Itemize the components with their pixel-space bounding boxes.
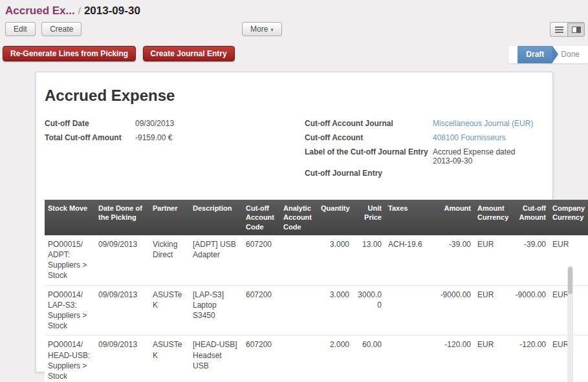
form-view-button[interactable] xyxy=(567,22,585,37)
field-row: Cut-off Journal Entry xyxy=(305,169,550,180)
table-cell: PO00014/​HEAD-USB: Suppliers > Stock xyxy=(45,335,95,382)
caret-down-icon: ▾ xyxy=(270,27,274,33)
table-cell: 60.00 xyxy=(353,335,385,382)
field-row: Cut-off Account 408100 Fournisseurs xyxy=(305,133,550,144)
table-cell: ACH-19.6 xyxy=(385,235,430,285)
more-button[interactable]: More▾ xyxy=(242,22,282,36)
column-header[interactable]: Partner xyxy=(149,200,190,235)
table-cell: -39.00 xyxy=(430,235,474,285)
statusbar: Re-Generate Lines from Picking Create Jo… xyxy=(0,46,588,63)
column-header[interactable]: Description xyxy=(190,200,243,235)
column-header[interactable]: Taxes xyxy=(385,200,430,235)
table-cell: -120.00 xyxy=(510,335,549,382)
table-cell: 09/09/2013 xyxy=(95,335,149,382)
table-cell: 607200 xyxy=(243,235,280,285)
more-button-label: More xyxy=(250,25,268,34)
edit-button[interactable]: Edit xyxy=(5,22,36,36)
field-label: Cut-off Journal Entry xyxy=(305,169,433,180)
field-row: Label of the Cut-off Journal Entry Accru… xyxy=(305,147,550,165)
status-draft[interactable]: Draft xyxy=(517,46,552,63)
table-row[interactable]: PO00014/​LAP-S3: Suppliers > Stock09/09/… xyxy=(45,285,588,335)
table-cell: 3.000 xyxy=(318,235,353,285)
table-cell: -120.00 xyxy=(430,335,474,382)
column-header[interactable]: Amount xyxy=(430,200,474,235)
table-cell: PO00015/​ADPT: Suppliers > Stock xyxy=(45,235,95,285)
table-cell: ASUSTeK xyxy=(149,285,190,335)
column-header[interactable]: Analytic Account Code xyxy=(280,200,318,235)
table-cell: EUR xyxy=(474,235,510,285)
create-journal-entry-button[interactable]: Create Journal Entry xyxy=(143,46,235,61)
table-cell: -39.00 xyxy=(510,235,549,285)
field-groups: Cut-off Date 09/30/2013 Total Cut-off Am… xyxy=(45,119,552,183)
column-header[interactable]: Quantity xyxy=(318,200,353,235)
table-cell: 2.000 xyxy=(318,335,353,382)
column-header[interactable]: Cut-off Account Code xyxy=(243,200,280,235)
sheet: Accrued Expense Cut-off Date 09/30/2013 … xyxy=(36,72,553,372)
right-field-group: Cut-off Account Journal Miscellaneous Jo… xyxy=(305,119,550,183)
table-cell: 09/09/2013 xyxy=(95,235,149,285)
table-body: PO00015/​ADPT: Suppliers > Stock09/09/20… xyxy=(45,235,588,382)
left-field-group: Cut-off Date 09/30/2013 Total Cut-off Am… xyxy=(45,119,305,183)
breadcrumb-parent[interactable]: Accrued Ex... xyxy=(5,5,75,17)
column-header[interactable]: Stock Move xyxy=(45,200,95,235)
field-label: Label of the Cut-off Journal Entry xyxy=(305,147,433,165)
table-cell: 607200 xyxy=(243,335,280,382)
cutoff-date-value: 09/30/2013 xyxy=(135,119,174,130)
breadcrumb-current: 2013-09-30 xyxy=(84,5,140,17)
vertical-scrollbar[interactable] xyxy=(567,266,573,382)
statusbar-states: Draft Done xyxy=(508,46,588,63)
scrollbar-thumb[interactable] xyxy=(568,267,572,294)
table-header-row: Stock MoveDate Done of the PickingPartne… xyxy=(45,200,588,235)
cutoff-account-journal-value[interactable]: Miscellaneous Journal (EUR) xyxy=(433,119,533,130)
table-cell: Vicking Direct xyxy=(149,235,190,285)
column-header[interactable]: Date Done of the Picking xyxy=(95,200,149,235)
table-row[interactable]: PO00015/​ADPT: Suppliers > Stock09/09/20… xyxy=(45,235,588,285)
table-cell: 13.00 xyxy=(353,235,385,285)
page: Accrued Ex.../2013-09-30 Edit Create Mor… xyxy=(0,0,588,382)
regenerate-lines-button[interactable]: Re-Generate Lines from Picking xyxy=(3,46,136,61)
table-cell: [ADPT] USB Adapter xyxy=(190,235,243,285)
column-header[interactable]: Amount Currency xyxy=(474,200,510,235)
field-row: Cut-off Account Journal Miscellaneous Jo… xyxy=(305,119,550,130)
breadcrumb-separator: / xyxy=(78,5,81,16)
table-cell xyxy=(385,335,430,382)
cutoff-lines-table: Stock MoveDate Done of the PickingPartne… xyxy=(45,200,588,382)
field-label: Cut-off Account xyxy=(305,133,433,144)
table-cell: 3000.00 xyxy=(353,285,385,335)
table-cell: EUR xyxy=(474,335,510,382)
column-header[interactable]: Cut-off Amount xyxy=(510,200,549,235)
table-cell: [HEAD-USB] Headset USB xyxy=(190,335,243,382)
cutoff-account-value[interactable]: 408100 Fournisseurs xyxy=(433,133,506,144)
field-row: Total Cut-off Amount -9159.00 € xyxy=(45,133,305,144)
view-switcher xyxy=(550,22,585,37)
create-button[interactable]: Create xyxy=(41,22,82,36)
list-view-button[interactable] xyxy=(550,22,567,37)
table-cell xyxy=(385,285,430,335)
table-cell: 3.000 xyxy=(318,285,353,335)
field-label: Cut-off Account Journal xyxy=(305,119,433,130)
field-label: Cut-off Date xyxy=(45,119,135,130)
table-cell xyxy=(280,285,318,335)
column-header[interactable]: Unit Price xyxy=(353,200,385,235)
page-title: Accrued Expense xyxy=(45,87,552,105)
table-row[interactable]: PO00014/​HEAD-USB: Suppliers > Stock09/0… xyxy=(45,335,588,382)
table-cell: [LAP-S3] Laptop S3450 xyxy=(190,285,243,335)
table-cell: PO00014/​LAP-S3: Suppliers > Stock xyxy=(45,285,95,335)
table-cell: ASUSTeK xyxy=(149,335,190,382)
column-header[interactable]: Company Currency xyxy=(549,200,588,235)
field-row: Cut-off Date 09/30/2013 xyxy=(45,119,305,130)
form-view-icon xyxy=(572,27,581,33)
table-cell: -9000.00 xyxy=(430,285,474,335)
total-cutoff-amount-value: -9159.00 € xyxy=(135,133,172,144)
list-view-icon xyxy=(555,27,563,33)
table-cell: -9000.00 xyxy=(510,285,549,335)
table-cell xyxy=(280,335,318,382)
journal-entry-label-value: Accrued Expense dated 2013-09-30 xyxy=(433,147,523,165)
table-cell: 09/09/2013 xyxy=(95,285,149,335)
table-cell: EUR xyxy=(474,285,510,335)
sheet-area: Accrued Expense Cut-off Date 09/30/2013 … xyxy=(0,72,588,372)
table-cell: 607200 xyxy=(243,285,280,335)
breadcrumb: Accrued Ex.../2013-09-30 xyxy=(0,0,588,21)
field-label: Total Cut-off Amount xyxy=(45,133,135,144)
table-cell xyxy=(280,235,318,285)
